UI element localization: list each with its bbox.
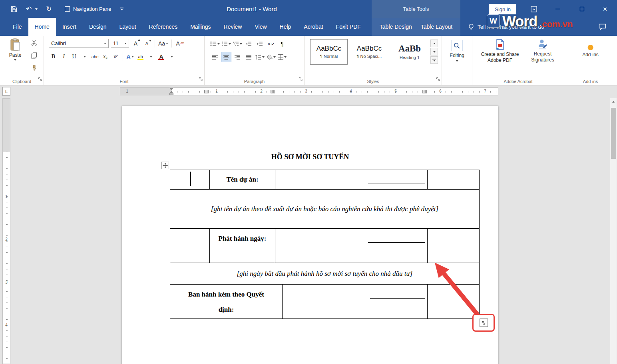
hanging-indent-marker[interactable] [169, 91, 173, 95]
table-cell-decision-label[interactable]: Ban hành kèm theo Quyết định: [170, 285, 282, 319]
minimize-button[interactable] [551, 0, 565, 18]
comments-button[interactable] [599, 18, 606, 36]
first-line-indent-marker[interactable] [169, 88, 173, 91]
superscript-button[interactable]: x² [111, 52, 120, 61]
style-normal[interactable]: AaBbCc ¶ Normal [310, 39, 348, 65]
table-column-marker[interactable] [204, 90, 209, 93]
styles-dialog-launcher[interactable] [436, 76, 440, 83]
tab-help[interactable]: Help [273, 18, 298, 36]
table-cell-project-label[interactable]: Tên dự án: [209, 170, 275, 189]
paste-button[interactable]: Paste [4, 38, 27, 61]
undo-dropdown[interactable] [34, 5, 38, 14]
tab-references[interactable]: References [143, 18, 184, 36]
align-center-button[interactable] [221, 52, 231, 62]
font-color-dropdown[interactable] [167, 52, 176, 61]
tab-review[interactable]: Review [217, 18, 249, 36]
create-share-adobe-pdf-button[interactable]: Create and Share Adobe PDF [476, 39, 523, 63]
editing-button[interactable]: Editing [450, 40, 464, 62]
tab-design[interactable]: Design [83, 18, 113, 36]
qat-customize-button[interactable] [120, 8, 123, 10]
bullets-button[interactable] [210, 39, 220, 49]
scroll-up-button[interactable] [610, 98, 617, 105]
tab-file[interactable]: File [6, 18, 28, 36]
multilevel-list-button[interactable] [233, 39, 242, 49]
clear-formatting-button[interactable]: A [175, 39, 184, 48]
table-cell-issue-label[interactable]: Phát hành ngày: [209, 229, 275, 263]
table-cell-issue-value[interactable] [275, 229, 427, 263]
tab-stop-selector[interactable]: L [2, 87, 10, 96]
underline-button[interactable]: U [70, 52, 79, 61]
table-cell-project-value[interactable] [275, 170, 427, 189]
tab-mailings[interactable]: Mailings [184, 18, 217, 36]
cut-button[interactable] [31, 40, 37, 47]
navigation-pane-toggle[interactable]: Navigation Pane [65, 6, 111, 12]
change-case-button[interactable]: Aa [158, 39, 168, 48]
tell-me-box[interactable]: Tell me what you want to do [468, 18, 544, 36]
request-signatures-button[interactable]: Request Signatures [524, 39, 561, 63]
borders-button[interactable] [277, 52, 287, 62]
text-highlight-button[interactable]: ab [136, 52, 145, 61]
table-column-marker[interactable] [422, 90, 427, 93]
show-hide-marks-button[interactable]: ¶ [277, 39, 287, 49]
line-spacing-button[interactable] [255, 52, 265, 62]
bold-button[interactable]: B [49, 52, 58, 61]
underline-dropdown[interactable] [80, 52, 89, 61]
format-painter-button[interactable] [31, 65, 37, 73]
tab-view[interactable]: View [248, 18, 273, 36]
table-cell-empty[interactable] [170, 229, 209, 263]
tab-table-design[interactable]: Table Design [375, 18, 416, 36]
ribbon-display-options-button[interactable] [527, 0, 541, 18]
shrink-font-button[interactable]: A [142, 39, 151, 48]
decrease-indent-button[interactable] [244, 39, 253, 49]
table-resize-handle[interactable] [480, 318, 488, 327]
table-cell-decision-value[interactable] [282, 285, 427, 319]
redo-button[interactable]: ↻ [44, 5, 53, 14]
table-move-handle[interactable] [161, 162, 169, 169]
save-button[interactable] [10, 5, 18, 14]
tab-acrobat[interactable]: Acrobat [297, 18, 329, 36]
sort-button[interactable]: A↓Z [266, 39, 276, 49]
styles-scroll-up[interactable] [430, 40, 438, 47]
font-name-combobox[interactable]: Calibri [49, 39, 109, 48]
addins-button[interactable]: Add-ins [582, 45, 599, 58]
justify-button[interactable] [244, 52, 253, 62]
style-heading-1[interactable]: AaBb Heading 1 [391, 39, 428, 65]
table-cell-project-note[interactable]: [ghi tên dự án theo đề xuất dự án hoặc b… [170, 190, 479, 229]
increase-indent-button[interactable] [255, 39, 265, 49]
tab-home[interactable]: Home [28, 18, 56, 36]
sign-in-button[interactable]: Sign in [489, 4, 516, 14]
maximize-button[interactable] [575, 0, 589, 18]
italic-button[interactable]: I [59, 52, 68, 61]
tab-layout[interactable]: Layout [113, 18, 143, 36]
paragraph-dialog-launcher[interactable] [299, 76, 303, 83]
strikethrough-button[interactable]: abc [90, 52, 100, 61]
table-column-marker[interactable] [271, 90, 275, 93]
align-left-button[interactable] [210, 52, 220, 62]
table-cell-empty[interactable] [427, 285, 479, 319]
styles-scroll-down[interactable] [430, 48, 438, 55]
numbering-button[interactable] [221, 39, 231, 49]
undo-button[interactable]: ↶ [24, 5, 33, 14]
text-effects-button[interactable]: A [125, 52, 135, 61]
shading-button[interactable] [266, 52, 276, 62]
tab-table-layout[interactable]: Table Layout [416, 18, 457, 36]
font-dialog-launcher[interactable] [199, 76, 203, 83]
table-cell-empty[interactable] [170, 170, 209, 189]
font-color-button[interactable]: A [157, 52, 166, 61]
tab-foxit-pdf[interactable]: Foxit PDF [330, 18, 367, 36]
text-highlight-dropdown[interactable] [146, 52, 155, 61]
clipboard-dialog-launcher[interactable] [38, 76, 42, 83]
align-right-button[interactable] [233, 52, 242, 62]
navigation-pane-checkbox[interactable] [65, 6, 70, 12]
styles-gallery-more[interactable] [430, 56, 438, 64]
tab-insert[interactable]: Insert [56, 18, 83, 36]
copy-button[interactable] [31, 52, 37, 60]
font-size-combobox[interactable]: 11 [111, 39, 129, 48]
document-page[interactable]: HỒ SƠ MỜI SƠ TUYỂN Tên dự án: [ghi tên d… [122, 106, 498, 364]
table-cell-empty[interactable] [427, 170, 479, 189]
table-cell-issue-note[interactable]: [ghi ngày bắt đầu phát hành hồ sơ mời sơ… [170, 263, 479, 285]
scrollbar-thumb[interactable] [611, 108, 616, 159]
grow-font-button[interactable]: A [131, 39, 140, 48]
subscript-button[interactable]: x₂ [101, 52, 110, 61]
close-button[interactable]: × [598, 0, 612, 18]
